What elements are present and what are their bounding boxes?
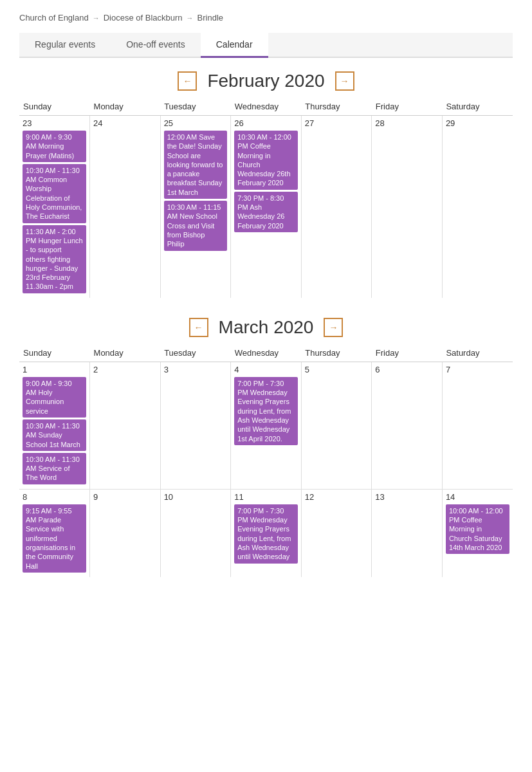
calendar-cell-0-0-5: 28: [372, 116, 443, 298]
calendar-cell-0-0-2: 2512:00 AM Save the Date! Sunday School …: [160, 116, 231, 298]
dow-monday-mar: Monday: [90, 345, 161, 362]
dow-sunday-feb: Sunday: [19, 99, 90, 116]
breadcrumb-item-1[interactable]: Church of England: [19, 13, 89, 23]
dow-wednesday-feb: Wednesday: [231, 99, 302, 116]
day-number: 3: [164, 365, 228, 374]
event-block[interactable]: 7:30 PM - 8:30 PM Ash Wednesday 26 Febru…: [234, 192, 298, 232]
calendar-cell-1-0-6: 7: [442, 362, 513, 489]
february-next-btn[interactable]: →: [335, 71, 354, 91]
calendar-cell-1-1-5: 13: [372, 489, 443, 577]
calendar-cell-1-1-1: 9: [90, 489, 161, 577]
dow-thursday-mar: Thursday: [301, 345, 372, 362]
dow-saturday-feb: Saturday: [442, 99, 513, 116]
day-number: 8: [23, 492, 86, 502]
event-block[interactable]: 10:30 AM - 11:15 AM New School Cross and…: [164, 201, 228, 250]
dow-tuesday-mar: Tuesday: [160, 345, 231, 362]
dow-saturday-mar: Saturday: [442, 345, 513, 362]
day-number: 2: [93, 365, 157, 374]
day-number: 24: [93, 118, 157, 128]
day-number: 5: [305, 365, 369, 374]
calendar-cell-0-0-6: 29: [442, 116, 513, 298]
february-calendar: ← February 2020 → Sunday Monday Tuesday …: [19, 71, 513, 298]
march-month-header: ← March 2020 →: [19, 317, 513, 338]
day-number: 27: [305, 118, 369, 128]
tab-bar: Regular events One-off events Calendar: [19, 33, 513, 58]
day-number: 13: [375, 492, 439, 502]
tab-calendar[interactable]: Calendar: [201, 33, 268, 58]
february-grid: Sunday Monday Tuesday Wednesday Thursday…: [19, 99, 513, 298]
calendar-cell-0-0-1: 24: [90, 116, 161, 298]
breadcrumb-arrow-2: →: [187, 14, 194, 22]
breadcrumb: Church of England → Diocese of Blackburn…: [19, 13, 513, 23]
calendar-cell-1-0-0: 19:00 AM - 9:30 AM Holy Communion servic…: [19, 362, 90, 489]
dow-thursday-feb: Thursday: [301, 99, 372, 116]
day-number: 25: [164, 118, 228, 128]
event-block[interactable]: 10:30 AM - 12:00 PM Coffee Morning in Ch…: [234, 131, 298, 190]
calendar-cell-1-1-6: 1410:00 AM - 12:00 PM Coffee Morning in …: [442, 489, 513, 577]
day-number: 10: [164, 492, 228, 502]
calendar-cell-0-0-4: 27: [301, 116, 372, 298]
calendar-cell-0-0-3: 2610:30 AM - 12:00 PM Coffee Morning in …: [231, 116, 302, 298]
event-block[interactable]: 10:00 AM - 12:00 PM Coffee Morning in Ch…: [446, 504, 509, 554]
dow-sunday-mar: Sunday: [19, 345, 90, 362]
event-block[interactable]: 7:00 PM - 7:30 PM Wednesday Evening Pray…: [234, 504, 298, 564]
day-number: 11: [234, 492, 298, 502]
day-number: 1: [23, 365, 86, 374]
event-block[interactable]: 11:30 AM - 2:00 PM Hunger Lunch - to sup…: [23, 225, 86, 293]
day-number: 7: [446, 365, 509, 374]
march-calendar: ← March 2020 → Sunday Monday Tuesday Wed…: [19, 317, 513, 577]
march-prev-btn[interactable]: ←: [189, 318, 208, 337]
day-number: 14: [446, 492, 509, 502]
dow-wednesday-mar: Wednesday: [231, 345, 302, 362]
tab-regular-events[interactable]: Regular events: [19, 33, 111, 58]
event-block[interactable]: 10:30 AM - 11:30 AM Common Worship Celeb…: [23, 164, 86, 223]
breadcrumb-arrow-1: →: [93, 14, 100, 22]
day-number: 12: [305, 492, 369, 502]
page-wrapper: Church of England → Diocese of Blackburn…: [0, 0, 532, 609]
calendar-cell-1-0-3: 47:00 PM - 7:30 PM Wednesday Evening Pra…: [231, 362, 302, 489]
dow-tuesday-feb: Tuesday: [160, 99, 231, 116]
day-number: 4: [234, 365, 298, 374]
calendar-cell-1-0-2: 3: [160, 362, 231, 489]
breadcrumb-item-2[interactable]: Diocese of Blackburn: [104, 13, 183, 23]
calendar-cell-0-0-0: 239:00 AM - 9:30 AM Morning Prayer (Mati…: [19, 116, 90, 298]
calendar-cell-1-1-4: 12: [301, 489, 372, 577]
event-block[interactable]: 10:30 AM - 11:30 AM Sunday School 1st Ma…: [23, 419, 86, 451]
day-number: 29: [446, 118, 509, 128]
calendar-cell-1-0-1: 2: [90, 362, 161, 489]
dow-friday-feb: Friday: [372, 99, 443, 116]
dow-friday-mar: Friday: [372, 345, 443, 362]
day-number: 26: [234, 118, 298, 128]
dow-monday-feb: Monday: [90, 99, 161, 116]
day-number: 6: [375, 365, 439, 374]
february-month-header: ← February 2020 →: [19, 71, 513, 91]
event-block[interactable]: 9:00 AM - 9:30 AM Morning Prayer (Matins…: [23, 131, 86, 162]
event-block[interactable]: 12:00 AM Save the Date! Sunday School ar…: [164, 131, 228, 199]
breadcrumb-item-3[interactable]: Brindle: [197, 13, 223, 23]
day-number: 28: [375, 118, 439, 128]
event-block[interactable]: 9:15 AM - 9:55 AM Parade Service with un…: [23, 504, 86, 573]
calendar-cell-1-1-0: 89:15 AM - 9:55 AM Parade Service with u…: [19, 489, 90, 577]
march-grid: Sunday Monday Tuesday Wednesday Thursday…: [19, 345, 513, 577]
tab-one-off-events[interactable]: One-off events: [111, 33, 201, 58]
calendar-cell-1-0-5: 6: [372, 362, 443, 489]
calendar-cell-1-0-4: 5: [301, 362, 372, 489]
event-block[interactable]: 9:00 AM - 9:30 AM Holy Communion service: [23, 377, 86, 418]
march-next-btn[interactable]: →: [324, 318, 343, 337]
march-month-title: March 2020: [219, 317, 314, 338]
event-block[interactable]: 7:00 PM - 7:30 PM Wednesday Evening Pray…: [234, 377, 298, 445]
event-block[interactable]: 10:30 AM - 11:30 AM Service of The Word: [23, 453, 86, 484]
february-prev-btn[interactable]: ←: [178, 71, 197, 91]
calendar-cell-1-1-2: 10: [160, 489, 231, 577]
february-month-title: February 2020: [207, 71, 324, 91]
calendar-cell-1-1-3: 117:00 PM - 7:30 PM Wednesday Evening Pr…: [231, 489, 302, 577]
day-number: 23: [23, 118, 86, 128]
day-number: 9: [93, 492, 157, 502]
